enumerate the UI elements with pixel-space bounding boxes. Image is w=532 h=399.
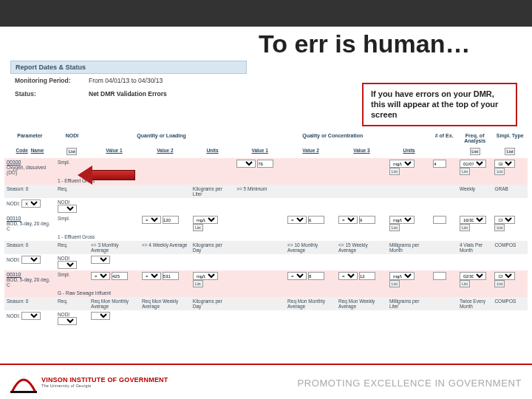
svg-rect-0 [10,391,37,393]
list-button[interactable]: List [460,168,470,175]
sub-code: Code [16,148,28,153]
op-select[interactable]: = [338,272,358,280]
status-panel: Report Dates & Status Monitoring Period:… [10,61,247,100]
freq-select[interactable]: 02/30 [460,272,486,280]
req-cell [140,185,191,198]
req-cell: COMPOS [492,297,528,310]
footer-slogan: PROMOTING EXCELLENCE IN GOVERNMENT [297,378,522,389]
hdr-num-ex: # of Ex. [431,132,457,146]
list-button[interactable]: List [389,168,400,175]
req-cell: Milligrams per Month [387,241,431,254]
smpl-select[interactable]: GR [494,160,515,168]
sub-name: Name [31,148,44,153]
list-button[interactable]: List [494,224,505,231]
units-select[interactable]: mg/L [389,160,415,168]
row-label: Smpl. [55,270,89,289]
nodi-select[interactable] [58,205,77,213]
req-cell: <= 4 Weekly Average [140,241,191,254]
nodi-select[interactable] [21,256,41,264]
list-button[interactable]: List [460,224,470,231]
season-label: Season: 0 [4,241,55,254]
error-callout: If you have errors on your DMR, this wil… [362,83,517,126]
row-label: Smpl. [55,214,89,233]
list-button[interactable]: List [193,224,203,231]
list-button[interactable]: List [505,148,515,155]
req-cell: Twice Every Month [457,297,493,310]
nodi-select[interactable] [58,261,77,269]
nodi-select[interactable] [91,312,110,320]
row-label: Req. [55,185,89,198]
req-cell: >= 5 Minimum [234,185,285,198]
row-label: Req. [55,297,89,310]
value-input[interactable] [163,216,179,224]
table-row: Season: 0Req.Req Mon Monthly AverageReq … [4,297,528,310]
value-input[interactable] [257,160,273,168]
table-row: 1 - Effluent Gross [4,233,528,241]
dmr-table: Parameter NODI Quantity or Loading Quali… [4,132,528,327]
sub-qunits: Units [387,146,431,158]
value-input[interactable] [112,272,128,280]
hdr-parameter: Parameter [4,132,55,146]
value-input[interactable] [359,216,375,224]
param-code[interactable]: 00310 [7,272,21,277]
op-select[interactable] [236,160,256,168]
num-ex-input[interactable] [433,216,446,224]
status-panel-header: Report Dates & Status [10,61,247,74]
list-button[interactable]: List [460,280,470,287]
nodi-label: NODI: [4,254,55,270]
list-button[interactable]: List [494,280,505,287]
nodi-select[interactable] [91,256,110,264]
list-button[interactable]: List [470,148,480,155]
units-select[interactable]: mg/L [389,272,415,280]
list-button[interactable]: List [494,168,505,175]
logo-sub: The University of Georgia [41,384,168,389]
list-button[interactable]: List [193,280,203,287]
smpl-select[interactable]: CP [494,272,515,280]
list-button[interactable]: List [389,224,400,231]
hdr-freq: Freq. of Analysis [457,132,493,146]
value-input[interactable] [308,216,324,224]
req-cell: Req Mon Weekly Average [336,297,387,310]
op-select[interactable]: = [142,216,161,224]
table-row: NODI: XNODI [4,198,528,214]
value-input[interactable] [359,272,375,280]
param-name: BOD, 5-day, 20 deg. C [7,277,50,287]
status-label: Monitoring Period: [15,77,89,84]
units-select[interactable]: mg/L [389,216,415,224]
arch-icon [10,372,37,394]
top-bar [0,0,532,27]
op-select[interactable]: = [142,272,161,280]
list-button[interactable]: List [66,148,77,155]
subheader-row: Code Name List Value 1 Value 2 Units Val… [4,146,528,158]
value-input[interactable] [308,272,324,280]
nodi-select[interactable] [58,317,77,325]
param-code[interactable]: 00310 [7,216,21,221]
units-select[interactable]: mg/L [193,216,218,224]
freq-select[interactable]: 16/30 [460,216,486,224]
req-cell: <= 15 Weekly Average [336,241,387,254]
req-cell: GRAB [492,185,528,198]
op-select[interactable]: = [338,216,358,224]
sub-v2: Value 2 [140,146,191,158]
smpl-select[interactable]: CP [494,216,515,224]
list-button[interactable]: List [389,280,400,287]
op-select[interactable]: = [91,272,110,280]
param-code[interactable]: 00300 [7,160,21,165]
table-row: NODI: NODI [4,310,528,327]
nodi-select[interactable]: X [21,200,41,208]
req-cell [387,185,431,198]
num-ex-input[interactable] [433,272,446,280]
nodi-select[interactable] [21,312,41,320]
req-cell: Kilograms per Liter [191,185,234,198]
freq-select[interactable]: 01/07 [460,160,486,168]
op-select[interactable]: = [287,272,307,280]
op-select[interactable]: = [287,216,307,224]
req-cell: 4 Vials Per Month [457,241,493,254]
value-input[interactable] [163,272,179,280]
units-select[interactable]: mg/L [193,272,218,280]
req-cell: <= 10 Monthly Average [285,241,336,254]
nodi-label: NODI [55,254,89,270]
header-row: Parameter NODI Quantity or Loading Quali… [4,132,528,146]
num-ex-input[interactable] [433,160,446,168]
table-row: Season: 0Req.Kilograms per Liter>= 5 Min… [4,185,528,198]
